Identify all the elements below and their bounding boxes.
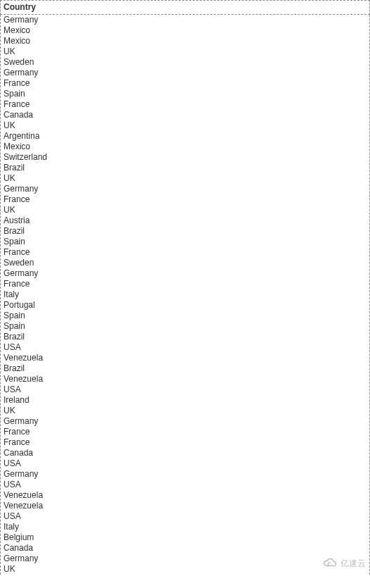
table-row: Belgium (1, 532, 369, 543)
table-row: Germany (1, 15, 369, 25)
table-row: UK (1, 205, 369, 215)
table-row: Germany (1, 553, 369, 564)
table-row: UK (1, 173, 369, 184)
table-row: Germany (1, 268, 369, 279)
table-row: USA (1, 480, 369, 490)
table-row: UK (1, 406, 369, 416)
table-row: Sweden (1, 57, 369, 68)
table-row: France (1, 279, 369, 289)
table-row: Austria (1, 215, 369, 226)
table-row: Germany (1, 416, 369, 427)
table-row: USA (1, 342, 369, 353)
table-row: Germany (1, 68, 369, 78)
table-row: USA (1, 458, 369, 469)
table-row: Venezuela (1, 490, 369, 501)
table-row: Spain (1, 321, 369, 332)
table-row: France (1, 427, 369, 437)
table-row: Sweden (1, 258, 369, 268)
table-row: USA (1, 511, 369, 522)
table-row: Italy (1, 289, 369, 300)
table-row: France (1, 194, 369, 205)
table-row: Brazil (1, 163, 369, 173)
table-row: Canada (1, 543, 369, 553)
table-row: Ireland (1, 395, 369, 406)
table-row: Mexico (1, 142, 369, 152)
country-table: Country GermanyMexicoMexicoUKSwedenGerma… (0, 0, 370, 575)
table-row: Germany (1, 184, 369, 194)
table-row: France (1, 99, 369, 110)
table-row: Brazil (1, 363, 369, 374)
table-row: France (1, 247, 369, 258)
table-row: USA (1, 384, 369, 395)
table-row: UK (1, 564, 369, 575)
table-row: Brazil (1, 332, 369, 342)
table-row: Venezuela (1, 501, 369, 511)
table-row: Canada (1, 110, 369, 120)
table-row: Spain (1, 237, 369, 247)
table-row: Venezuela (1, 353, 369, 363)
table-row: Venezuela (1, 374, 369, 384)
table-row: Brazil (1, 226, 369, 237)
table-row: Italy (1, 522, 369, 532)
table-row: Portugal (1, 300, 369, 311)
table-row: Switzerland (1, 152, 369, 163)
table-row: Spain (1, 89, 369, 99)
table-row: Germany (1, 469, 369, 480)
table-header-cell: Country (0, 0, 370, 15)
table-row: Argentina (1, 131, 369, 142)
table-row: UK (1, 46, 369, 57)
table-row: Canada (1, 448, 369, 458)
table-row: Mexico (1, 25, 369, 36)
table-row: France (1, 437, 369, 448)
table-row: France (1, 78, 369, 89)
table-row: UK (1, 120, 369, 131)
table-row: Mexico (1, 36, 369, 46)
table-body: GermanyMexicoMexicoUKSwedenGermanyFrance… (0, 15, 370, 575)
table-row: Spain (1, 311, 369, 321)
